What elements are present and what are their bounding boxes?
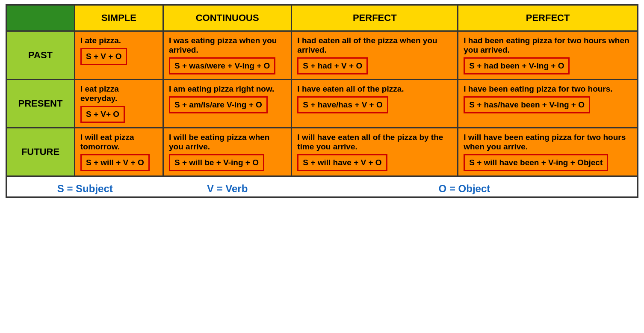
cell-present-continuous: I am eating pizza right now.S + am/is/ar… [163,80,292,128]
sentence: I ate pizza. [80,36,121,45]
formula: S + will have been + V-ing + Object [464,154,608,171]
label-present: PRESENT [6,80,75,128]
legend-subject: S = Subject [6,176,163,197]
header-simple: SIMPLE [75,5,163,31]
legend-verb: V = Verb [163,176,292,197]
legend-row: S = Subject V = Verb O = Object [6,176,638,197]
header-row: SIMPLE CONTINUOUS PERFECT PERFECT [6,5,638,31]
sentence: I will be eating pizza when you arrive. [169,133,269,151]
cell-future-simple: I will eat pizza tomorrow.S + will + V +… [75,128,163,176]
cell-future-continuous: I will be eating pizza when you arrive.S… [163,128,292,176]
sentence: I had eaten all of the pizza when you ar… [297,36,437,54]
formula: S + am/is/are V-ing + O [169,96,268,113]
row-past: PASTI ate pizza.S + V + OI was eating pi… [6,31,638,80]
cell-present-perfect: I have eaten all of the pizza.S + have/h… [292,80,458,128]
formula: S + will have + V + O [297,154,387,171]
cell-future-perfect-continuous: I will have been eating pizza for two ho… [458,128,638,176]
sentence: I was eating pizza when you arrived. [169,36,277,54]
label-future: FUTURE [6,128,75,176]
sentence: I have been eating pizza for two hours. [464,84,612,93]
sentence: I eat pizza everyday. [80,84,119,103]
formula: S + had been + V-ing + O [464,57,570,74]
label-past: PAST [6,31,75,80]
formula: S + had + V + O [297,57,368,74]
formula: S + will be + V-ing + O [169,154,264,171]
formula: S + was/were + V-ing + O [169,57,275,74]
tense-table: SIMPLE CONTINUOUS PERFECT PERFECT PASTI … [6,4,638,198]
row-present: PRESENTI eat pizza everyday.S + V+ OI am… [6,80,638,128]
sentence: I am eating pizza right now. [169,84,274,93]
header-perfect-continuous: PERFECT [458,5,638,31]
header-perfect: PERFECT [292,5,458,31]
cell-past-perfect: I had eaten all of the pizza when you ar… [292,31,458,80]
row-future: FUTUREI will eat pizza tomorrow.S + will… [6,128,638,176]
formula: S + V+ O [80,106,125,123]
cell-past-continuous: I was eating pizza when you arrived.S + … [163,31,292,80]
cell-present-simple: I eat pizza everyday.S + V+ O [75,80,163,128]
formula: S + has/have been + V-ing + O [464,96,590,113]
sentence: I have eaten all of the pizza. [297,84,404,93]
formula: S + V + O [80,48,127,65]
cell-present-perfect-continuous: I have been eating pizza for two hours.S… [458,80,638,128]
formula: S + will + V + O [80,154,150,171]
sentence: I will have been eating pizza for two ho… [464,133,626,151]
formula: S + have/has + V + O [297,96,388,113]
cell-past-perfect-continuous: I had been eating pizza for two hours wh… [458,31,638,80]
main-table-wrapper: SIMPLE CONTINUOUS PERFECT PERFECT PASTI … [6,4,638,198]
legend-object: O = Object [292,176,638,197]
sentence: I will eat pizza tomorrow. [80,133,134,151]
corner-cell [6,5,75,31]
cell-future-perfect: I will have eaten all of the pizza by th… [292,128,458,176]
sentence: I will have eaten all of the pizza by th… [297,133,443,151]
cell-past-simple: I ate pizza.S + V + O [75,31,163,80]
header-continuous: CONTINUOUS [163,5,292,31]
sentence: I had been eating pizza for two hours wh… [464,36,629,54]
